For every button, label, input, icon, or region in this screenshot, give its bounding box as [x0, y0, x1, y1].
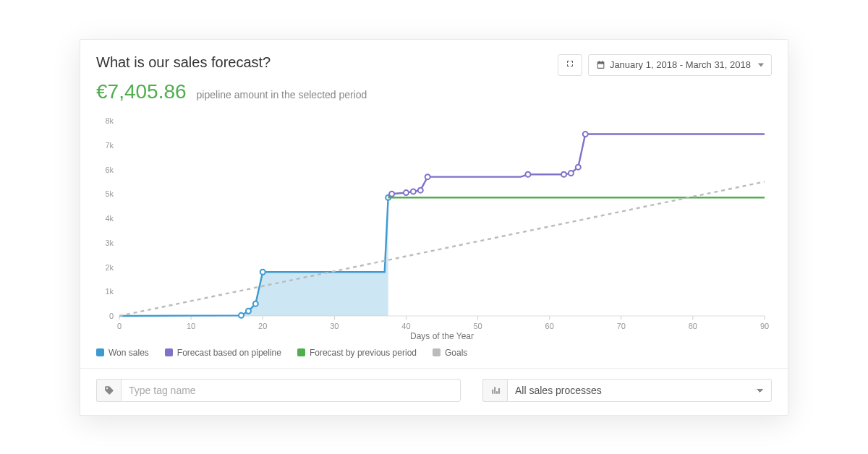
legend-item: Won sales	[96, 348, 149, 358]
svg-text:0: 0	[117, 322, 122, 330]
legend-label: Won sales	[109, 348, 149, 358]
legend-swatch	[433, 348, 441, 356]
footer-row: All sales processes	[96, 379, 772, 402]
chart-bars-icon	[482, 379, 507, 402]
svg-text:0: 0	[109, 312, 114, 320]
tag-input[interactable]	[121, 379, 461, 402]
svg-text:40: 40	[401, 322, 410, 330]
page-title: What is our sales forecast?	[96, 54, 271, 71]
svg-point-39	[418, 187, 423, 192]
svg-text:6k: 6k	[105, 165, 114, 174]
svg-point-37	[404, 190, 409, 195]
calendar-icon	[596, 60, 605, 69]
divider	[80, 368, 788, 369]
svg-text:10: 10	[187, 322, 195, 330]
svg-text:4k: 4k	[105, 214, 114, 223]
process-select-group: All sales processes	[482, 379, 772, 402]
svg-point-45	[583, 132, 588, 137]
legend-label: Goals	[445, 348, 467, 358]
dashboard-card: What is our sales forecast? January 1, 2…	[80, 39, 788, 416]
svg-text:1k: 1k	[105, 287, 114, 296]
tag-input-group	[96, 379, 461, 402]
metric-row: €7,405.86 pipeline amount in the selecte…	[96, 80, 772, 103]
svg-point-33	[253, 301, 258, 306]
svg-point-32	[246, 308, 251, 313]
svg-point-36	[389, 191, 394, 196]
header-controls: January 1, 2018 - March 31, 2018	[558, 54, 772, 76]
legend-swatch	[165, 348, 173, 356]
svg-text:5k: 5k	[105, 189, 114, 198]
header-row: What is our sales forecast? January 1, 2…	[96, 54, 772, 76]
svg-point-44	[576, 164, 581, 169]
legend-item: Goals	[433, 348, 467, 358]
legend-swatch	[96, 348, 104, 356]
svg-text:3k: 3k	[105, 238, 114, 247]
svg-text:50: 50	[473, 322, 482, 330]
svg-text:90: 90	[760, 322, 769, 330]
forecast-chart: 01k2k3k4k5k6k7k8k0102030405060708090Days…	[96, 116, 772, 340]
svg-point-40	[425, 174, 430, 179]
legend-label: Forecast based on pipeline	[177, 348, 281, 358]
caret-down-icon	[758, 62, 764, 68]
svg-text:20: 20	[258, 322, 267, 330]
svg-text:2k: 2k	[105, 262, 114, 271]
tag-icon	[96, 379, 121, 402]
chart-legend: Won salesForecast based on pipelineForec…	[96, 348, 772, 358]
svg-point-42	[561, 171, 566, 176]
date-range-text: January 1, 2018 - March 31, 2018	[610, 59, 751, 70]
legend-label: Forecast by previous period	[310, 348, 417, 358]
svg-point-43	[569, 171, 574, 176]
svg-text:Days of the Year: Days of the Year	[410, 331, 474, 341]
process-select[interactable]: All sales processes	[507, 379, 772, 402]
legend-item: Forecast based on pipeline	[165, 348, 281, 358]
date-range-button[interactable]: January 1, 2018 - March 31, 2018	[588, 54, 772, 76]
svg-text:70: 70	[617, 322, 626, 330]
legend-swatch	[297, 348, 305, 356]
svg-text:60: 60	[545, 322, 554, 330]
metric-value: €7,405.86	[96, 80, 187, 103]
svg-point-31	[239, 312, 244, 317]
svg-point-38	[411, 189, 416, 194]
expand-button[interactable]	[558, 54, 582, 76]
svg-text:80: 80	[689, 322, 697, 330]
metric-label: pipeline amount in the selected period	[197, 89, 367, 100]
svg-point-34	[260, 269, 265, 274]
legend-item: Forecast by previous period	[297, 348, 417, 358]
svg-text:8k: 8k	[105, 116, 114, 125]
title-block: What is our sales forecast?	[96, 54, 271, 71]
svg-point-41	[525, 171, 530, 176]
expand-icon	[566, 59, 574, 70]
chart-area: 01k2k3k4k5k6k7k8k0102030405060708090Days…	[96, 116, 772, 340]
svg-text:7k: 7k	[105, 140, 114, 149]
svg-text:30: 30	[330, 322, 339, 330]
